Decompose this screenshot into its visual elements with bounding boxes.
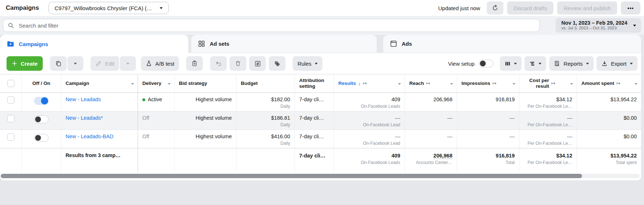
duplicate-options-caret[interactable]	[67, 56, 83, 71]
column-header-select	[0, 74, 22, 93]
column-header-reach[interactable]: Reach↦	[405, 74, 457, 93]
pin-column-icon: ↦	[551, 81, 555, 86]
footer-budget-cell	[237, 148, 295, 172]
date-range-comparison: vs. Jul 3, 2023 – Oct 31, 2023	[561, 26, 627, 31]
top-bar: Campaigns C9797_Willowbrooks Chrysler (F…	[0, 0, 644, 16]
select-all-checkbox[interactable]	[7, 80, 14, 87]
more-options-button[interactable]: •••	[621, 1, 640, 15]
column-header-delivery[interactable]: Delivery	[138, 74, 175, 93]
amount-spent-value: $0.00	[581, 115, 637, 121]
column-menu-caret-icon[interactable]	[131, 81, 134, 86]
review-and-publish-button[interactable]: Review and publish	[557, 1, 617, 15]
chevron-down-icon	[315, 63, 318, 65]
search-icon	[8, 22, 14, 29]
column-header-bid[interactable]: Bid strategy	[175, 74, 237, 93]
pin-column-icon: ↦	[616, 81, 620, 86]
amount-spent-value: $0.00	[581, 133, 637, 140]
campaign-on-off-toggle[interactable]	[34, 115, 49, 123]
campaign-name-link[interactable]: New - Leadads-BAD	[66, 134, 113, 139]
results-cell: 409On-Facebook Leads	[334, 93, 405, 111]
column-header-attribution[interactable]: Attribution setting	[295, 74, 334, 93]
column-label: Attribution setting	[299, 78, 325, 89]
edit-button-label: Edit	[105, 61, 114, 67]
chevron-down-icon	[514, 63, 517, 65]
amount-spent-value: $13,954.22	[581, 96, 637, 103]
search-input[interactable]	[18, 22, 535, 29]
pencil-icon	[95, 60, 102, 67]
undo-button[interactable]	[210, 56, 227, 71]
amount-spent-cell: $0.00	[577, 111, 641, 130]
breakdown-bars-icon	[529, 61, 535, 67]
total-reach-value: 206,968	[409, 152, 452, 159]
column-header-results[interactable]: Results↓↦	[334, 74, 405, 93]
chevron-down-icon	[630, 63, 633, 65]
undo-icon	[215, 60, 222, 67]
total-reach-number: 206,968	[434, 153, 452, 159]
column-menu-caret-icon[interactable]	[570, 81, 573, 86]
row-checkbox[interactable]	[7, 115, 14, 122]
tab-ad-sets[interactable]: Ad sets	[191, 35, 377, 53]
column-menu-caret-icon[interactable]	[513, 81, 515, 86]
tag-button[interactable]	[269, 56, 285, 71]
column-menu-caret-icon[interactable]	[398, 81, 401, 86]
edit-options-caret[interactable]	[120, 56, 136, 71]
duplicate-icon	[55, 60, 62, 67]
paste-button[interactable]	[186, 56, 203, 71]
create-button[interactable]: Create	[7, 56, 43, 71]
tab-ads-label: Ads	[402, 41, 412, 47]
results-value: —	[338, 133, 400, 140]
tab-ads[interactable]: Ads	[383, 35, 641, 53]
column-header-cost[interactable]: Cost per result↦	[519, 74, 577, 93]
refresh-button[interactable]	[487, 1, 503, 15]
view-setup-toggle[interactable]	[479, 60, 493, 67]
export-label: Export	[611, 61, 627, 67]
column-header-budget[interactable]: Budget	[237, 74, 295, 93]
reports-button[interactable]: Reports	[549, 56, 594, 71]
row-checkbox[interactable]	[7, 97, 14, 104]
edit-button[interactable]: Edit	[91, 56, 119, 71]
column-header-impressions[interactable]: Impressions↦	[457, 74, 519, 93]
columns-button[interactable]	[500, 56, 522, 71]
delete-button[interactable]	[230, 56, 246, 71]
amount-spent-cell: $13,954.22	[577, 93, 641, 111]
campaign-name-link[interactable]: New - Leadads	[66, 97, 101, 102]
delivery-status: Active	[148, 97, 162, 102]
column-header-spent[interactable]: Amount spent↦	[577, 74, 641, 93]
swap-assets-button[interactable]	[249, 56, 266, 71]
reach-cell: —	[405, 130, 457, 148]
tab-campaigns-label: Campaigns	[19, 41, 48, 47]
ab-test-button[interactable]: A/B test	[141, 56, 179, 71]
reach-value: 206,968	[409, 96, 452, 103]
campaign-name-link[interactable]: New - Leadads*	[66, 115, 103, 121]
row-checkbox[interactable]	[7, 134, 14, 141]
toggle-knob	[480, 61, 486, 66]
updated-status: Updated just now	[438, 5, 480, 11]
sort-descending-icon: ↓	[358, 81, 361, 86]
column-header-name[interactable]: Campaign	[61, 74, 138, 93]
footer-bid-cell	[175, 148, 237, 172]
column-header-toggle[interactable]: Off / On	[22, 74, 61, 93]
column-menu-caret-icon[interactable]	[450, 81, 453, 86]
campaign-on-off-toggle[interactable]	[34, 97, 49, 105]
tab-campaigns[interactable]: Campaigns	[0, 35, 188, 53]
tag-icon	[274, 60, 281, 67]
scrollbar-thumb[interactable]	[1, 174, 582, 178]
discard-drafts-button[interactable]: Discard drafts	[507, 1, 554, 15]
reach-cell: —	[405, 111, 457, 130]
rules-button[interactable]: Rules	[293, 56, 322, 71]
duplicate-button[interactable]	[50, 56, 67, 71]
horizontal-scrollbar[interactable]	[1, 174, 640, 178]
column-menu-caret-icon[interactable]	[635, 81, 637, 86]
campaign-on-off-toggle[interactable]	[34, 134, 49, 142]
column-menu-caret-icon[interactable]	[168, 81, 171, 86]
results-summary-label: Results from 3 camp…	[66, 152, 133, 159]
results-metric-label: On-Facebook Lead	[338, 122, 400, 128]
breakdown-button[interactable]	[524, 56, 546, 71]
budget-type: Daily	[241, 104, 290, 109]
export-button[interactable]: Export	[597, 56, 637, 71]
date-range-primary: Nov 1, 2023 – Feb 29, 2024	[561, 20, 627, 26]
date-range-selector[interactable]: Nov 1, 2023 – Feb 29, 2024 vs. Jul 3, 20…	[556, 18, 641, 33]
account-selector[interactable]: C9797_Willowbrooks Chrysler (FCA) (…	[49, 2, 169, 14]
footer-attribution-value: 7-day cli…	[299, 152, 329, 159]
search-box[interactable]	[3, 19, 540, 32]
